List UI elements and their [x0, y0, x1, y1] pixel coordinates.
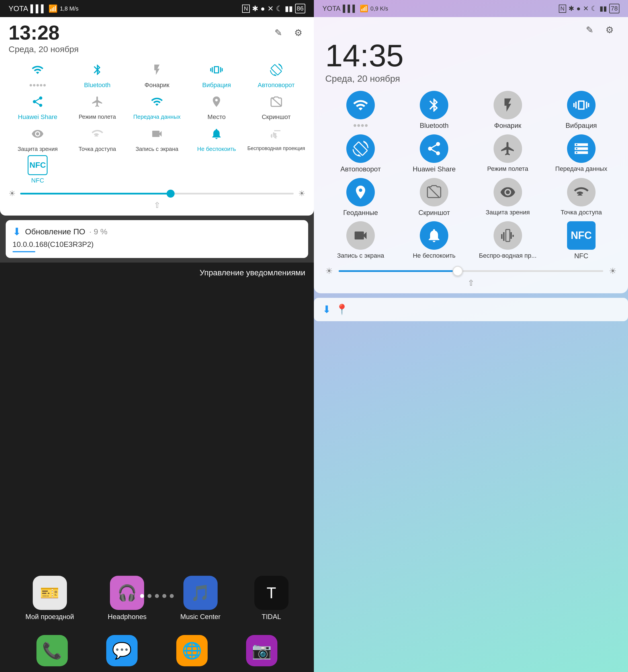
tile-location-label-left: Место	[207, 113, 226, 121]
qs-top-icons-left: ✎ ⚙	[271, 26, 305, 40]
qs-chevron-left[interactable]: ⇧	[8, 200, 305, 210]
screenshot-icon-tile-left	[266, 92, 286, 112]
wifi-icon-left: 📶	[48, 4, 57, 13]
tile-vibration-right[interactable]: Вибрация	[546, 91, 617, 130]
bt-icon-right: ✱	[568, 4, 574, 13]
record-icon-tile-left	[147, 124, 167, 144]
download-icon-right: ⬇	[322, 304, 331, 315]
app-tidal-left[interactable]: T TIDAL	[254, 576, 288, 621]
tile-nfc-right[interactable]: NFC NFC	[546, 221, 617, 260]
tile-dnd-left[interactable]: Не беспокоить	[187, 124, 246, 152]
dot-2	[147, 594, 152, 598]
tile-hotspot-right[interactable]: Точка доступа	[546, 178, 617, 217]
tile-bluetooth-right[interactable]: Bluetooth	[399, 91, 469, 130]
autorotate-icon-tile-left	[266, 60, 286, 80]
tile-bluetooth-left[interactable]: Bluetooth	[68, 60, 126, 89]
tile-wireless-label-right: Беспро-водная пр...	[479, 252, 536, 259]
notification-card-left[interactable]: ⬇ Обновление ПО · 9 % 10.0.0.168(C10E3R3…	[6, 220, 308, 258]
tile-autorotate-left[interactable]: Автоповорот	[247, 60, 305, 89]
tile-wireless-left[interactable]: Беспроводная проекция	[247, 124, 305, 152]
tile-huawei-share-label-left: Huawei Share	[18, 113, 57, 121]
tile-airplane-right[interactable]: Режим полета	[472, 135, 543, 173]
tile-dnd-right[interactable]: Не беспокоить	[399, 221, 469, 260]
battery-left: 86	[295, 4, 305, 14]
tile-wifi-left[interactable]: ●●●●●	[8, 60, 67, 89]
qs-grid-left: ●●●●● Bluetooth Фонарик Ви	[8, 60, 305, 184]
brightness-high-icon-right: ☀	[609, 266, 617, 276]
dock-phone-left[interactable]: 📞	[37, 635, 68, 666]
bluetooth-icon-tile-right	[420, 91, 448, 119]
app-music-center-left[interactable]: 🎵 Music Center	[180, 576, 220, 621]
tile-wifi-label-left: ●●●●●	[29, 81, 46, 88]
time-date-left: 13:28 Среда, 20 ноября	[8, 23, 78, 54]
tile-flashlight-left[interactable]: Фонарик	[128, 60, 186, 89]
brightness-track-right[interactable]	[339, 270, 603, 272]
notif-sub-left: 10.0.0.168(C10E3R3P2)	[13, 240, 301, 249]
tile-data-right[interactable]: Передача данных	[546, 135, 617, 173]
tile-eye-left[interactable]: Защита зрения	[8, 124, 67, 152]
brightness-fill-left	[20, 193, 170, 194]
mute-icon-right: ✕	[583, 4, 589, 13]
tile-record-left[interactable]: Запись с экрана	[128, 124, 186, 152]
qs-grid-right: ●●●● Bluetooth Фонарик Виб	[325, 91, 617, 260]
settings-button-left[interactable]: ⚙	[291, 26, 305, 40]
tile-geo-right[interactable]: Геоданные	[325, 178, 396, 217]
tile-huawei-share-right[interactable]: Huawei Share	[399, 135, 469, 173]
location-icon-right: 📍	[335, 304, 348, 315]
tile-autorotate-label-left: Автоповорот	[258, 81, 295, 89]
tile-autorotate-right[interactable]: Автоповорот	[325, 135, 396, 173]
brightness-thumb-right[interactable]	[452, 266, 463, 276]
app-headphones-left[interactable]: 🎧 Headphones	[108, 576, 146, 621]
app-headphones-icon-left: 🎧	[110, 576, 144, 610]
time-right: 14:35	[325, 40, 617, 71]
tile-nfc-left[interactable]: NFC NFC	[8, 155, 67, 184]
tile-wifi-label-right: ●●●●	[353, 122, 368, 129]
notif-progress-left	[13, 251, 35, 252]
nfc-icon-tile-right: NFC	[567, 221, 596, 250]
manage-notifications-left[interactable]: Управление уведомлениями	[200, 268, 305, 277]
tile-wireless-right[interactable]: Беспро-водная пр...	[472, 221, 543, 260]
tile-screenshot-label-left: Скриншот	[262, 113, 291, 121]
tile-data-label-left: Передача данных	[133, 113, 181, 120]
qs-chevron-right[interactable]: ⇧	[325, 278, 617, 288]
notification-bottom-right[interactable]: ⬇ 📍	[314, 298, 628, 321]
tile-data-left[interactable]: Передача данных	[128, 92, 186, 121]
tile-vibration-left[interactable]: Вибрация	[187, 60, 246, 89]
settings-button-right[interactable]: ⚙	[602, 23, 617, 37]
tile-screenshot-right[interactable]: Скриншот	[399, 178, 469, 217]
tile-record-label-left: Запись с экрана	[136, 145, 178, 152]
tile-wifi-right[interactable]: ●●●●	[325, 91, 396, 130]
wifi-icon-right: 📶	[360, 4, 368, 13]
tile-flashlight-right[interactable]: Фонарик	[472, 91, 543, 130]
dock-messages-left[interactable]: 💬	[106, 635, 138, 666]
hotspot-icon-tile-right	[567, 178, 596, 207]
tile-screenshot-left[interactable]: Скриншот	[247, 92, 305, 121]
bluetooth-icon-tile-left	[88, 60, 108, 80]
tile-location-left[interactable]: Место	[187, 92, 246, 121]
brightness-thumb-left[interactable]	[167, 190, 175, 198]
vibrate-icon-right: ▮▮	[600, 4, 607, 13]
app-tidal-label-left: TIDAL	[262, 613, 281, 621]
dock-camera-left[interactable]: 📷	[246, 635, 277, 666]
tile-huawei-share-label-right: Huawei Share	[413, 165, 456, 173]
dock-browser-left[interactable]: 🌐	[176, 635, 208, 666]
wifi-icon-tile-left	[28, 60, 48, 80]
notif-download-icon-left: ⬇	[13, 226, 21, 238]
edit-button-left[interactable]: ✎	[271, 26, 285, 40]
tile-airplane-left[interactable]: Режим полета	[68, 92, 126, 121]
tile-huawei-share-left[interactable]: Huawei Share	[8, 92, 67, 121]
huawei-share-icon-tile-left	[28, 92, 48, 112]
flashlight-icon-tile-left	[147, 60, 167, 80]
edit-button-right[interactable]: ✎	[582, 23, 597, 37]
tile-wireless-label-left: Беспроводная проекция	[248, 145, 305, 152]
tile-eye-right[interactable]: Защита зрения	[472, 178, 543, 217]
tile-vibration-label-right: Вибрация	[566, 122, 597, 130]
date-right: Среда, 20 ноября	[325, 73, 617, 84]
tile-hotspot-left[interactable]: Точка доступа	[68, 124, 126, 152]
tile-record-right[interactable]: Запись с экрана	[325, 221, 396, 260]
app-my-pass-left[interactable]: 🎫 Мой проездной	[25, 576, 74, 621]
tile-eye-label-right: Защита зрения	[486, 209, 530, 216]
app-my-pass-icon-left: 🎫	[33, 576, 67, 610]
brightness-track-left[interactable]	[20, 193, 294, 194]
dot-5	[170, 594, 174, 598]
